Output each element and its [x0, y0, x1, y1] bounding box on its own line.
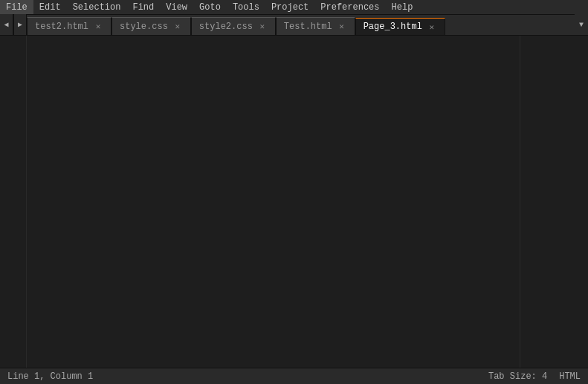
line-numbers: [0, 36, 27, 368]
menu-item-preferences[interactable]: Preferences: [314, 0, 385, 14]
menubar: FileEditSelectionFindViewGotoToolsProjec…: [0, 0, 588, 15]
menu-item-find[interactable]: Find: [126, 0, 160, 14]
tab-close-btn[interactable]: ✕: [172, 22, 183, 32]
menu-item-edit[interactable]: Edit: [33, 0, 67, 14]
tab-next-arrow[interactable]: ▶: [13, 14, 27, 35]
code-area[interactable]: [27, 36, 520, 368]
minimap-content: [520, 36, 579, 42]
menu-item-file[interactable]: File: [0, 0, 33, 14]
tab-test2-html[interactable]: test2.html✕: [27, 17, 112, 35]
tabbar: ◀ ▶ test2.html✕style.css✕style2.css✕Test…: [0, 15, 588, 36]
menu-item-view[interactable]: View: [160, 0, 193, 14]
tab-label: test2.html: [35, 22, 88, 32]
tab-style2-css[interactable]: style2.css✕: [191, 17, 276, 35]
status-left: Line 1, Column 1: [7, 371, 93, 382]
menu-item-tools[interactable]: Tools: [227, 0, 265, 14]
tab-test-html[interactable]: Test.html✕: [276, 17, 355, 35]
language: HTML: [559, 371, 581, 382]
tab-label: style2.css: [199, 22, 253, 32]
tab-label: Test.html: [284, 22, 332, 32]
tabs-container: test2.html✕style.css✕style2.css✕Test.htm…: [27, 15, 575, 35]
statusbar: Line 1, Column 1 Tab Size: 4 HTML: [0, 368, 588, 384]
tab-size: Tab Size: 4: [488, 371, 547, 382]
tab-close-btn[interactable]: ✕: [337, 22, 347, 32]
editor-area: [0, 36, 588, 368]
menu-item-help[interactable]: Help: [386, 0, 419, 14]
minimap: [520, 36, 579, 368]
tab-page-3-html[interactable]: Page_3.html✕: [355, 18, 445, 35]
tab-overflow-arrow[interactable]: ▼: [575, 14, 588, 35]
tab-close-btn[interactable]: ✕: [93, 22, 103, 32]
menu-item-project[interactable]: Project: [265, 0, 314, 14]
menu-item-goto[interactable]: Goto: [193, 0, 227, 14]
tab-close-btn[interactable]: ✕: [427, 22, 437, 32]
status-right: Tab Size: 4 HTML: [488, 371, 581, 382]
tab-style-css[interactable]: style.css✕: [112, 17, 191, 35]
scrollbar[interactable]: [579, 36, 588, 368]
cursor-position: Line 1, Column 1: [7, 371, 93, 382]
menu-item-selection[interactable]: Selection: [67, 0, 127, 14]
tab-label: style.css: [120, 22, 168, 32]
tab-label: Page_3.html: [364, 22, 422, 32]
tab-prev-arrow[interactable]: ◀: [0, 14, 13, 35]
tab-close-btn[interactable]: ✕: [257, 22, 268, 32]
